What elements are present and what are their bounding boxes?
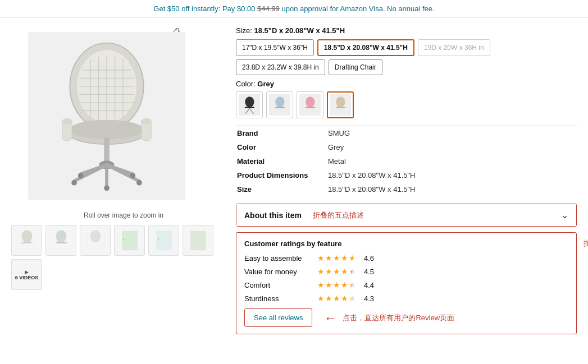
- svg-rect-35: [56, 242, 67, 243]
- svg-point-28: [136, 180, 142, 186]
- rating-row-sturdiness: Sturdiness ★ ★ ★ ★ ★ 4.3: [244, 294, 568, 303]
- svg-point-55: [336, 96, 345, 107]
- svg-point-30: [78, 173, 84, 178]
- thumbnail-2[interactable]: [45, 225, 76, 256]
- right-panel: Size: 18.5"D x 20.08"W x 41.5"H 17"D x 1…: [236, 24, 577, 340]
- swatch-black[interactable]: [236, 91, 263, 118]
- rating-row-value: Value for money ★ ★ ★ ★ ★ 4.5: [244, 267, 568, 276]
- detail-row-size: Size 18.5"D x 20.08"W x 41.5"H: [237, 183, 576, 196]
- svg-point-29: [104, 186, 110, 191]
- left-panel: ⎙: [11, 24, 225, 340]
- svg-point-15: [70, 120, 143, 140]
- size-label: Size: 18.5"D x 20.08"W x 41.5"H: [236, 26, 577, 35]
- svg-point-32: [21, 230, 32, 242]
- stars-value: ★ ★ ★ ★ ★: [317, 267, 356, 276]
- about-section: About this item 折叠的五点描述 ⌄: [236, 204, 577, 227]
- ratings-title: Customer ratings by feature: [244, 239, 568, 248]
- chevron-down-icon: ⌄: [561, 210, 568, 220]
- about-annotation: 折叠的五点描述: [313, 210, 364, 220]
- thumbnail-3[interactable]: [80, 225, 111, 256]
- ratings-section: Customer ratings by feature 按商品性能分类的Reiv…: [236, 232, 577, 334]
- thumbnail-video[interactable]: ▶ 6 VIDEOS: [11, 259, 42, 290]
- svg-rect-42: [190, 231, 206, 250]
- size-btn-1[interactable]: 18.5"D x 20.08"W x 41.5"H: [317, 39, 414, 56]
- color-swatches: [236, 91, 577, 118]
- swatch-beige[interactable]: [327, 91, 354, 118]
- svg-point-34: [56, 230, 66, 242]
- rating-row-assemble: Easy to assemble ★ ★ ★ ★ ★ 4.6: [244, 254, 568, 262]
- see-all-reviews-container: See all reviews ← 点击，直达所有用户的Review页面: [244, 308, 568, 327]
- svg-point-52: [306, 96, 314, 107]
- svg-point-19: [141, 119, 152, 125]
- zoom-text: Roll over image to zoom in: [22, 211, 225, 219]
- swatch-pink[interactable]: [297, 91, 323, 118]
- top-banner: Get $50 off instantly: Pay $0.00 $44.99 …: [0, 0, 588, 18]
- thumbnail-1[interactable]: [11, 225, 42, 256]
- detail-row-brand: Brand SMUG: [237, 127, 576, 140]
- svg-rect-38: [122, 231, 138, 250]
- svg-rect-53: [306, 107, 315, 108]
- svg-point-36: [90, 230, 101, 242]
- svg-point-44: [245, 96, 254, 107]
- chair-svg: [39, 38, 174, 195]
- red-arrow-icon: ←: [323, 310, 337, 326]
- stars-sturdiness: ★ ★ ★ ★ ★: [317, 294, 356, 303]
- product-image[interactable]: [28, 32, 185, 200]
- stars-comfort: ★ ★ ★ ★ ★: [317, 280, 356, 289]
- color-label: Color: Grey: [236, 80, 577, 88]
- swatch-blue[interactable]: [266, 91, 293, 118]
- detail-row-material: Material Metal: [237, 155, 576, 168]
- thumbnail-5[interactable]: ?: [148, 225, 179, 256]
- svg-rect-56: [336, 107, 345, 108]
- thumbnail-6[interactable]: [183, 225, 213, 256]
- size-btn-0[interactable]: 17"D x 19.5"W x 36"H: [236, 39, 314, 56]
- about-title: About this item: [244, 211, 302, 220]
- product-details-table: Brand SMUG Color Grey Material Metal Pro…: [236, 125, 577, 197]
- size-btn-3[interactable]: 23.8D x 23.2W x 39.8H in: [236, 59, 325, 75]
- ratings-annotation: 按商品性能分类的Reivew: [584, 238, 588, 248]
- svg-text:?: ?: [157, 238, 158, 241]
- svg-rect-50: [275, 107, 285, 108]
- size-btn-4[interactable]: Drafting Chair: [329, 59, 382, 75]
- thumbnail-row: ≡ ? ▶ 6 VIDEOS: [11, 225, 225, 290]
- svg-point-27: [71, 180, 77, 186]
- main-image-container: ⎙: [11, 24, 202, 209]
- thumbnail-4[interactable]: ≡: [114, 225, 145, 256]
- see-all-reviews-button[interactable]: See all reviews: [244, 308, 312, 327]
- stars-assemble: ★ ★ ★ ★ ★: [317, 254, 356, 262]
- svg-point-49: [275, 96, 284, 107]
- arrow-annotation: ← 点击，直达所有用户的Review页面: [323, 310, 454, 326]
- svg-point-18: [62, 119, 72, 125]
- size-btn-2: 19D x 20W x 36H in: [418, 39, 490, 56]
- svg-rect-45: [245, 107, 254, 108]
- detail-row-dimensions: Product Dimensions 18.5"D x 20.08"W x 41…: [237, 169, 576, 182]
- color-section: Color: Grey: [236, 80, 577, 118]
- svg-rect-33: [21, 242, 33, 243]
- see-all-annotation: 点击，直达所有用户的Review页面: [343, 313, 454, 323]
- about-header[interactable]: About this item 折叠的五点描述 ⌄: [236, 204, 576, 226]
- rating-row-comfort: Comfort ★ ★ ★ ★ ★ 4.4: [244, 280, 568, 289]
- svg-point-31: [130, 173, 136, 178]
- size-buttons: 17"D x 19.5"W x 36"H 18.5"D x 20.08"W x …: [236, 39, 577, 75]
- detail-row-color: Color Grey: [237, 141, 576, 154]
